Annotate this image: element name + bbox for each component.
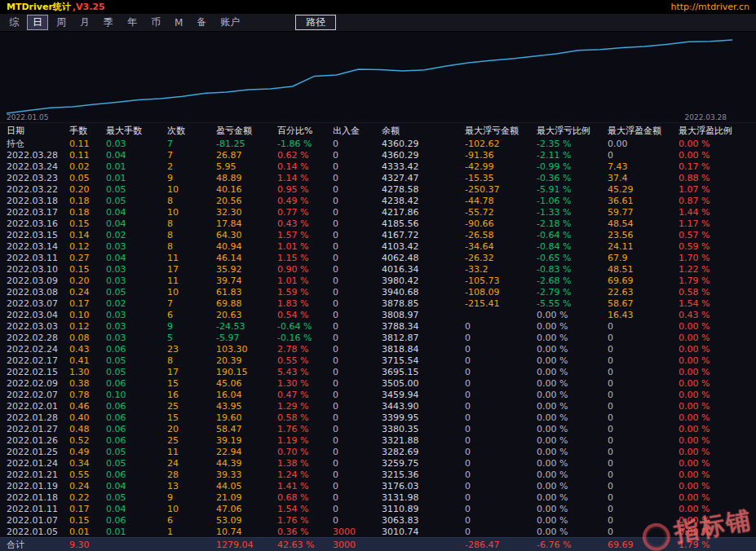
table-row[interactable]: 2022.01.210.550.062839.331.24 %03215.360… xyxy=(0,469,756,480)
table-row[interactable]: 2022.01.270.480.062058.471.76 %03380.350… xyxy=(0,423,756,434)
table-row[interactable]: 2022.02.170.410.05820.390.55 %03715.5400… xyxy=(0,355,756,366)
cell-pct: 1.19 % xyxy=(277,436,333,445)
table-row[interactable]: 2022.03.040.100.03620.630.54 %03808.970.… xyxy=(0,309,756,320)
cell-pnl: 69.88 xyxy=(216,299,277,308)
cell-pct: 0.62 % xyxy=(277,151,333,160)
table-header: 日期手数最大手数次数盈亏金额百分比%出入金余额最大浮亏金额最大浮亏比例最大浮盈金… xyxy=(0,124,756,138)
table-row[interactable]: 2022.02.070.780.101616.040.47 %03459.940… xyxy=(0,389,756,400)
table-row[interactable]: 2022.03.110.270.041146.141.15 %04062.48-… xyxy=(0,252,756,263)
table-row[interactable]: 2022.01.240.340.052444.391.38 %03259.750… xyxy=(0,457,756,469)
total-row[interactable]: 合计9.301279.0442.63 %3000-286.47-6.76 %69… xyxy=(0,537,756,551)
menu-item-9[interactable]: 账户 xyxy=(214,15,245,30)
cell-max-float-profit: 22.63 xyxy=(608,288,679,297)
cell-lots: 0.27 xyxy=(69,253,106,262)
cell-max-float-profit: 69.69 xyxy=(608,276,679,285)
cell-lots: 0.11 xyxy=(69,139,106,148)
table-row[interactable]: 2022.03.030.120.039-24.53-0.64 %03788.34… xyxy=(0,320,756,332)
cell-lots: 0.40 xyxy=(69,413,106,422)
cell-balance: 4238.42 xyxy=(382,196,465,205)
column-header-count: 次数 xyxy=(167,126,216,135)
cell-max-float-profit-pct: 1.17 % xyxy=(679,219,756,228)
table-row[interactable]: 2022.03.230.050.01948.891.14 %04327.47-1… xyxy=(0,172,756,183)
cell-max-float-loss-pct: 0.00 % xyxy=(537,505,608,514)
cell-balance: 3380.35 xyxy=(382,425,465,434)
menu-item-8[interactable]: 备 xyxy=(191,15,212,30)
table-row[interactable]: 2022.02.280.080.035-5.97-0.16 %03812.870… xyxy=(0,332,756,343)
table-row[interactable]: 2022.03.220.200.051040.160.95 %04278.58-… xyxy=(0,183,756,195)
cell-lots: 0.15 xyxy=(69,516,106,525)
table-row[interactable]: 2022.02.090.380.061545.061.30 %03505.000… xyxy=(0,377,756,389)
cell-cash-flow: 0 xyxy=(333,379,382,388)
cell-pct: 1.38 % xyxy=(277,459,333,468)
table-row[interactable]: 2022.03.160.150.04817.840.43 %04185.56-9… xyxy=(0,218,756,229)
menu-item-1[interactable]: 日 xyxy=(27,15,48,30)
menu-item-6[interactable]: 币 xyxy=(145,15,166,30)
cell-max-float-loss: -55.72 xyxy=(465,208,537,217)
column-header-lots: 手数 xyxy=(69,126,106,135)
table-row[interactable]: 2022.03.140.120.03840.941.01 %04103.42-3… xyxy=(0,240,756,252)
cell-max-float-profit: 45.29 xyxy=(608,185,679,194)
table-row[interactable]: 2022.03.080.240.051061.831.59 %03940.68-… xyxy=(0,286,756,298)
table-row[interactable]: 2022.01.250.490.051122.940.70 %03282.690… xyxy=(0,446,756,457)
cell-count: 24 xyxy=(167,459,216,468)
cell-cash-flow: 0 xyxy=(333,390,382,399)
menu-item-4[interactable]: 季 xyxy=(98,15,119,30)
titlebar: MTDriver统计 ,V3.25 http://mtdriver.cn xyxy=(0,0,756,14)
table-row[interactable]: 2022.01.280.400.061519.600.58 %03399.950… xyxy=(0,412,756,423)
cell-count: 28 xyxy=(167,470,216,479)
cell-pct: 1.29 % xyxy=(277,402,333,411)
cell-pct: -0.64 % xyxy=(277,322,333,331)
cell-balance: 3505.00 xyxy=(382,379,465,388)
cell-count: 23 xyxy=(167,345,216,354)
cell-max-float-loss: 0 xyxy=(465,447,537,456)
cell-count: 2 xyxy=(167,162,216,171)
table-row[interactable]: 2022.01.050.010.01110.740.36 %30003010.7… xyxy=(0,526,756,537)
menu-item-3[interactable]: 月 xyxy=(74,15,95,30)
table-row[interactable]: 2022.03.180.180.05820.560.49 %04238.42-4… xyxy=(0,195,756,206)
cell-pct: 42.63 % xyxy=(277,540,333,549)
cell-pct: -0.16 % xyxy=(277,333,333,342)
cell-pnl: 17.84 xyxy=(216,219,277,228)
path-button[interactable]: 路径 xyxy=(295,15,336,30)
cell-cash-flow: 0 xyxy=(333,459,382,468)
cell-pct: 0.58 % xyxy=(277,413,333,422)
table-row[interactable]: 2022.01.110.170.041047.061.54 %03110.890… xyxy=(0,503,756,514)
table-row[interactable]: 2022.01.070.150.06653.091.76 %03063.8300… xyxy=(0,514,756,526)
cell-max-float-loss: 0 xyxy=(465,527,537,536)
table-row[interactable]: 持仓0.110.037-81.25-1.86 %04360.29-102.62-… xyxy=(0,138,756,149)
cell-max-float-loss: 0 xyxy=(465,368,537,377)
table-row[interactable]: 2022.03.150.140.02864.301.57 %04167.72-2… xyxy=(0,229,756,240)
cell-cash-flow: 0 xyxy=(333,139,382,148)
cell-max-float-loss-pct: 0.00 % xyxy=(537,470,608,479)
menu-item-7[interactable]: M xyxy=(169,16,188,29)
cell-max-float-loss: -15.35 xyxy=(465,174,537,183)
table-row[interactable]: 2022.01.180.220.05921.090.68 %03131.9800… xyxy=(0,491,756,503)
table-row[interactable]: 2022.01.260.520.062539.191.19 %03321.880… xyxy=(0,434,756,446)
table-row[interactable]: 2022.02.010.460.062543.951.29 %03443.900… xyxy=(0,400,756,412)
cell-cash-flow: 0 xyxy=(333,482,382,491)
cell-count: 20 xyxy=(167,425,216,434)
cell-date: 2022.03.24 xyxy=(7,162,69,171)
table-row[interactable]: 2022.03.100.150.031735.920.90 %04016.34-… xyxy=(0,263,756,275)
menu-item-5[interactable]: 年 xyxy=(122,15,143,30)
app-version: ,V3.25 xyxy=(73,0,105,14)
cell-max-float-loss-pct: -0.64 % xyxy=(537,231,608,240)
cell-pct: 0.68 % xyxy=(277,493,333,502)
menu-item-0[interactable]: 综 xyxy=(3,15,24,30)
table-row[interactable]: 2022.02.151.300.0517190.155.43 %03695.15… xyxy=(0,366,756,377)
table-row[interactable]: 2022.03.170.180.041032.300.77 %04217.86-… xyxy=(0,206,756,218)
menu-item-2[interactable]: 周 xyxy=(51,15,72,30)
table-row[interactable]: 2022.03.090.200.031139.741.01 %03980.42-… xyxy=(0,275,756,286)
cell-max-float-profit-pct: 0.87 % xyxy=(679,196,756,205)
table-row[interactable]: 2022.03.070.170.02769.881.83 %03878.85-2… xyxy=(0,298,756,309)
cell-date: 2022.03.08 xyxy=(7,288,69,297)
table-row[interactable]: 2022.03.280.110.04726.870.62 %04360.29-9… xyxy=(0,149,756,161)
table-row[interactable]: 2022.03.240.020.0125.950.14 %04333.42-42… xyxy=(0,161,756,172)
table-row[interactable]: 2022.02.240.430.0623103.302.78 %03818.84… xyxy=(0,343,756,355)
table-row[interactable]: 2022.01.190.240.041344.051.41 %03176.030… xyxy=(0,480,756,491)
cell-max-float-profit-pct: 0.00 % xyxy=(679,368,756,377)
cell-max-float-loss-pct: 0.00 % xyxy=(537,459,608,468)
cell-max-float-loss: 0 xyxy=(465,505,537,514)
cell-max-float-profit: 0 xyxy=(608,390,679,399)
column-header-date: 日期 xyxy=(7,126,69,135)
